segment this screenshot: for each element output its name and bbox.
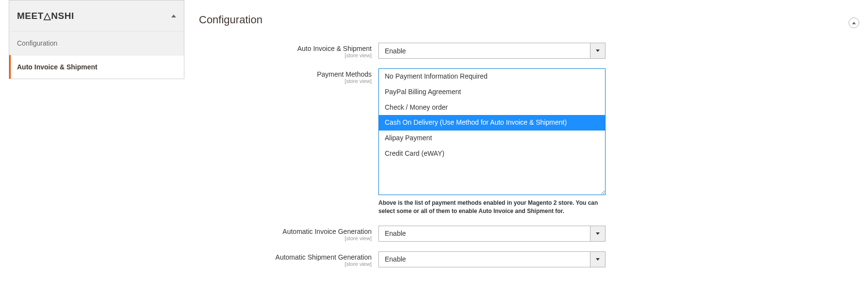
field-label: Payment Methods xyxy=(317,70,372,78)
field-label: Auto Invoice & Shipment xyxy=(297,45,372,52)
payment-method-option[interactable]: Cash On Delivery (Use Method for Auto In… xyxy=(379,115,605,131)
field-label: Automatic Invoice Generation xyxy=(282,228,372,235)
sidebar-item-configuration[interactable]: Configuration xyxy=(9,31,184,55)
payment-method-option[interactable]: No Payment Information Required xyxy=(379,69,605,84)
field-scope: [store view] xyxy=(199,261,372,267)
payment-method-option[interactable]: Credit Card (eWAY) xyxy=(379,146,605,162)
field-scope: [store view] xyxy=(199,235,372,241)
automatic-invoice-generation-select[interactable]: Enable xyxy=(378,226,606,242)
field-automatic-shipment-generation: Automatic Shipment Generation [store vie… xyxy=(199,251,853,267)
sidebar-item-label: Auto Invoice & Shipment xyxy=(17,63,98,71)
collapse-section-toggle[interactable] xyxy=(849,17,859,28)
auto-invoice-shipment-select[interactable]: Enable xyxy=(378,43,606,59)
brand-title: MEET△NSHI xyxy=(17,10,74,21)
field-auto-invoice-shipment: Auto Invoice & Shipment [store view] Ena… xyxy=(199,43,853,59)
page-title: Configuration xyxy=(199,14,853,26)
payment-methods-note: Above is the list of payment methods ena… xyxy=(378,199,606,216)
sidebar-item-label: Configuration xyxy=(17,39,57,47)
field-payment-methods: Payment Methods [store view] No Payment … xyxy=(199,68,853,216)
chevron-up-icon xyxy=(852,22,856,24)
payment-methods-multiselect[interactable]: No Payment Information RequiredPayPal Bi… xyxy=(378,68,606,195)
payment-method-option[interactable]: Alipay Payment xyxy=(379,131,605,146)
field-scope: [store view] xyxy=(199,78,372,84)
chevron-up-icon xyxy=(171,15,176,17)
main-content: Configuration Auto Invoice & Shipment [s… xyxy=(184,0,868,296)
payment-method-option[interactable]: Check / Money order xyxy=(379,100,605,115)
field-scope: [store view] xyxy=(199,52,372,58)
field-label: Automatic Shipment Generation xyxy=(276,253,372,261)
field-automatic-invoice-generation: Automatic Invoice Generation [store view… xyxy=(199,226,853,242)
payment-method-option[interactable]: PayPal Billing Agreement xyxy=(379,84,605,100)
sidebar-item-auto-invoice-shipment[interactable]: Auto Invoice & Shipment xyxy=(9,55,184,79)
config-sidebar: MEET△NSHI Configuration Auto Invoice & S… xyxy=(0,0,184,296)
sidebar-section-meetanshi[interactable]: MEET△NSHI xyxy=(9,0,184,31)
automatic-shipment-generation-select[interactable]: Enable xyxy=(378,251,606,267)
